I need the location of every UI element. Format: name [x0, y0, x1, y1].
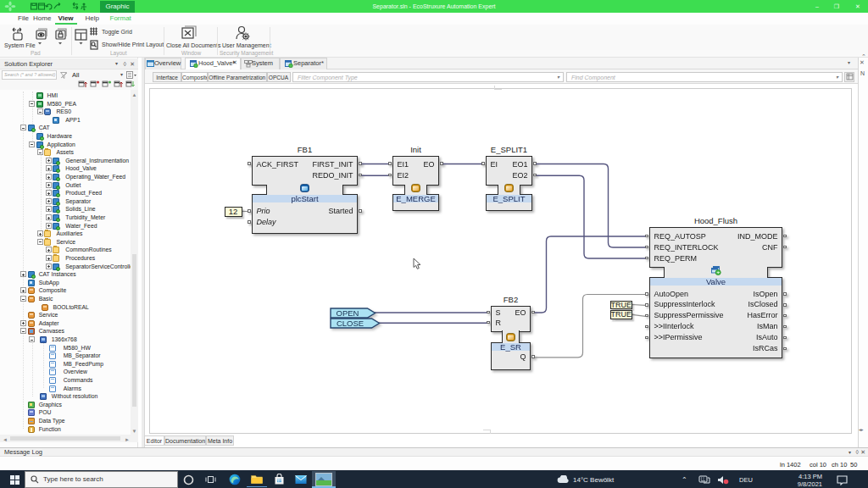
svg-text:CLOSE: CLOSE — [337, 319, 364, 328]
svg-text:OPEN: OPEN — [337, 308, 359, 317]
